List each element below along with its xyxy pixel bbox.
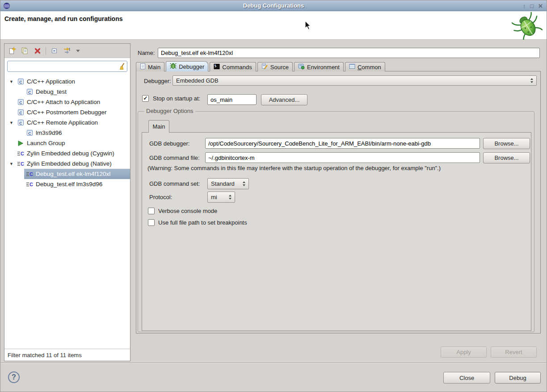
tree-item-label: Debug_test.elf lm3s9d96 <box>36 181 102 188</box>
launch-icon <box>17 140 24 147</box>
tree-item[interactable]: ▼CZylin Embedded debug (Native) <box>4 158 130 169</box>
zylin-icon: C <box>17 150 24 157</box>
tree-item[interactable]: CC/C++ Attach to Application <box>4 97 130 107</box>
spinner-icon <box>530 78 533 83</box>
advanced-button[interactable]: Advanced... <box>261 94 307 105</box>
tab-main[interactable]: Main <box>136 62 164 71</box>
expander-icon[interactable]: ▼ <box>8 121 15 125</box>
expander-icon[interactable]: ▼ <box>8 162 15 166</box>
toolbar-separator <box>46 47 46 55</box>
debugger-label: Debugger: <box>144 78 171 84</box>
tree-item[interactable]: CDebug_test.elf ek-lm4f120xl <box>4 169 130 179</box>
close-button[interactable]: Close <box>443 372 490 384</box>
terminal-icon <box>214 63 220 71</box>
stop-on-startup-label: Stop on startup at: <box>153 95 200 102</box>
debugger-tab-content: Debugger: Embedded GDB ✓ Stop on startup… <box>136 71 541 334</box>
close-icon[interactable]: ✕ <box>538 3 543 9</box>
tree-item[interactable]: Launch Group <box>4 138 130 148</box>
c-icon: C <box>26 88 33 96</box>
filter-box[interactable] <box>7 61 127 72</box>
environment-icon <box>298 63 305 71</box>
svg-text:C: C <box>19 100 22 105</box>
options-main-panel: GDB debugger: Browse... GDB command file… <box>142 132 531 331</box>
table-icon <box>349 63 355 71</box>
tree-item-label: C/C++ Application <box>27 78 75 85</box>
gdb-command-file-input[interactable] <box>205 152 480 163</box>
spinner-icon <box>243 181 245 186</box>
toolbar-menu-dropdown[interactable] <box>75 46 80 55</box>
full-file-path-checkbox[interactable]: ✓ <box>148 219 155 226</box>
help-button[interactable]: ? <box>8 371 20 383</box>
tree-item-label: Launch Group <box>27 140 65 146</box>
tree-item[interactable]: CDebug_test <box>4 87 130 97</box>
protocol-select[interactable]: mi <box>207 192 235 203</box>
filter-input[interactable] <box>9 63 118 70</box>
mouse-cursor <box>305 21 311 32</box>
svg-text:C: C <box>29 171 33 177</box>
dialog-header-title: Create, manage, and run configurations <box>4 15 123 22</box>
maximize-icon[interactable]: □ <box>530 3 534 9</box>
revert-button[interactable]: Revert <box>491 346 537 358</box>
gdb-debugger-input[interactable] <box>205 138 480 149</box>
debugger-options-legend: Debugger Options <box>144 108 195 114</box>
verbose-console-checkbox[interactable]: ✓ <box>148 208 155 214</box>
delete-config-button[interactable] <box>33 46 42 55</box>
stop-symbol-input[interactable] <box>207 94 257 105</box>
collapse-all-button[interactable] <box>50 46 59 55</box>
shade-icon[interactable]: ↑ <box>523 3 526 9</box>
tree-item[interactable]: ▼CC/C++ Remote Application <box>4 117 130 128</box>
filter-status: Filter matched 11 of 11 items <box>4 349 130 361</box>
footer-divider <box>0 363 547 363</box>
titlebar[interactable]: Debug Configurations ↑ □ ✕ <box>0 0 547 11</box>
tree-item[interactable]: Clm3s9d96 <box>4 128 130 138</box>
tree-item-label: lm3s9d96 <box>36 129 62 136</box>
tree-item-label: C/C++ Remote Application <box>27 119 98 126</box>
tree-item-label: Zylin Embedded debug (Cygwin) <box>27 150 114 157</box>
name-input[interactable] <box>158 48 540 58</box>
bug-icon <box>170 63 177 71</box>
svg-text:C: C <box>28 131 31 136</box>
apply-button[interactable]: Apply <box>441 346 487 358</box>
name-label: Name: <box>138 50 155 56</box>
c-icon: C <box>17 119 24 126</box>
c-icon: C <box>17 78 24 85</box>
tab-environment[interactable]: Environment <box>294 62 344 71</box>
launch-config-toolbar <box>4 44 130 58</box>
debug-configurations-dialog: Debug Configurations ↑ □ ✕ Create, manag… <box>0 0 547 392</box>
tree-item-label: Zylin Embedded debug (Native) <box>27 160 112 167</box>
tree-item[interactable]: ▼CC/C++ Application <box>4 76 130 87</box>
gdb-command-set-label: GDB command set: <box>149 180 200 187</box>
debugger-select-value: Embedded GDB <box>176 77 219 84</box>
svg-text:C: C <box>19 79 22 84</box>
stop-on-startup-checkbox[interactable]: ✓ <box>142 95 149 102</box>
filter-launch-button[interactable] <box>63 46 71 55</box>
debugger-select[interactable]: Embedded GDB <box>173 75 537 86</box>
tree-item-label: C/C++ Attach to Application <box>27 99 100 105</box>
new-config-button[interactable] <box>8 46 17 55</box>
svg-text:C: C <box>21 161 24 167</box>
tab-commands[interactable]: Commands <box>210 62 256 71</box>
tree-item[interactable]: CC/C++ Postmortem Debugger <box>4 107 130 117</box>
command-file-warning: (Warning: Some commands in this file may… <box>147 165 441 171</box>
debug-button[interactable]: Debug <box>495 372 541 384</box>
zylin-icon: C <box>26 181 33 188</box>
expander-icon[interactable]: ▼ <box>8 79 15 84</box>
tab-common[interactable]: Common <box>345 62 385 71</box>
gdb-command-set-value: Standard <box>211 180 235 187</box>
clear-filter-broom-icon[interactable] <box>118 63 125 70</box>
tree-item-label: Debug_test.elf ek-lm4f120xl <box>36 171 110 177</box>
svg-text:C: C <box>28 90 31 95</box>
tab-debugger[interactable]: Debugger <box>166 61 208 71</box>
launch-config-tree: ▼CC/C++ ApplicationCDebug_testCC/C++ Att… <box>4 74 130 349</box>
gdb-debugger-browse-button[interactable]: Browse... <box>483 138 530 149</box>
gdb-command-file-browse-button[interactable]: Browse... <box>483 152 530 163</box>
gdb-command-set-select[interactable]: Standard <box>207 178 249 189</box>
tab-source[interactable]: Source <box>257 62 293 71</box>
duplicate-config-button[interactable] <box>21 46 29 55</box>
zylin-icon: C <box>26 171 33 178</box>
options-tab-main[interactable]: Main <box>148 120 169 133</box>
tree-item[interactable]: CDebug_test.elf lm3s9d96 <box>4 179 130 189</box>
spinner-icon <box>229 195 231 200</box>
tree-item[interactable]: CZylin Embedded debug (Cygwin) <box>4 148 130 158</box>
document-icon <box>140 63 146 71</box>
